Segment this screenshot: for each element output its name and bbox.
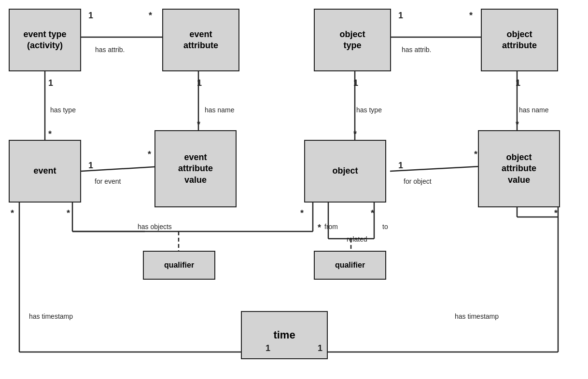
label-has-attrib-right: has attrib. [402, 46, 431, 54]
label-has-type-left: has type [50, 106, 76, 114]
event-attribute-box: eventattribute [162, 9, 239, 71]
mult-event-bottom-right: * [67, 208, 70, 218]
label-has-name-left: has name [205, 106, 234, 114]
event-type-box: event type(activity) [9, 9, 81, 71]
mult-oav-bottom: * [554, 208, 558, 218]
label-has-type-right: has type [356, 106, 382, 114]
label-has-timestamp-left: has timestamp [29, 312, 73, 320]
mult-et-ea-1: 1 [88, 11, 93, 21]
label-from: from [324, 223, 338, 230]
mult-et-e-star: * [48, 129, 52, 139]
label-to: to [382, 223, 388, 230]
time-box: time [241, 311, 328, 359]
mult-event-bottom-left: * [11, 208, 14, 218]
object-box: object [304, 140, 386, 203]
mult-o-oav-1: 1 [398, 161, 403, 171]
mult-et-ea-star: * [149, 11, 152, 21]
svg-line-6 [81, 166, 162, 171]
mult-ot-oa-1: 1 [398, 11, 403, 21]
mult-ot-oa-star: * [469, 11, 473, 21]
event-box: event [9, 140, 81, 203]
mult-object-from: * [300, 208, 304, 218]
qualifier-right-box: qualifier [314, 251, 386, 280]
qualifier-left-box: qualifier [143, 251, 215, 280]
object-attribute-value-box: objectattributevalue [478, 130, 560, 207]
mult-time-left: 1 [266, 343, 270, 353]
label-for-object: for object [404, 177, 432, 185]
label-has-attrib-left: has attrib. [95, 46, 125, 54]
mult-ot-o-star: * [353, 129, 357, 139]
mult-ea-eav-1: 1 [197, 78, 202, 88]
mult-ea-eav-star: * [197, 120, 200, 130]
mult-oa-oav-1: 1 [516, 78, 520, 88]
mult-oa-oav-star: * [516, 120, 519, 130]
svg-line-7 [390, 166, 481, 171]
label-for-event: for event [95, 177, 121, 185]
mult-et-e-1: 1 [48, 78, 53, 88]
mult-o-oav-star: * [474, 149, 477, 160]
label-has-objects: has objects [138, 223, 172, 230]
object-attribute-box: objectattribute [481, 9, 558, 71]
label-has-timestamp-right: has timestamp [455, 312, 499, 320]
mult-object-related-from: * [318, 223, 321, 233]
mult-object-related-to: * [371, 208, 374, 218]
label-related: related [347, 235, 367, 243]
event-attribute-value-box: eventattributevalue [154, 130, 237, 207]
diagram: event type(activity) eventattribute obje… [0, 0, 588, 379]
mult-e-eav-star: * [148, 149, 151, 160]
mult-e-eav-1: 1 [88, 161, 93, 171]
mult-time-right: 1 [318, 343, 322, 353]
object-type-box: objecttype [314, 9, 391, 71]
label-has-name-right: has name [519, 106, 548, 114]
mult-ot-o-1: 1 [353, 78, 358, 88]
